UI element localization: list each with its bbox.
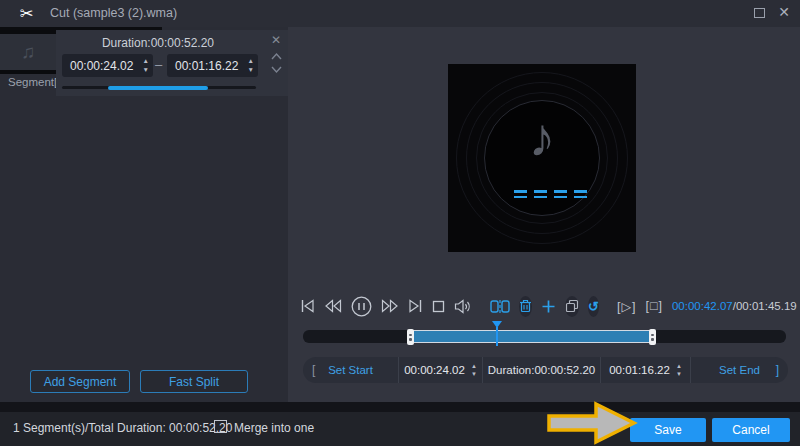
spinner-down-icon[interactable]: ▼ — [471, 370, 477, 378]
segment-start-spinner[interactable]: ▲ ▼ — [143, 56, 149, 74]
total-time: /00:01:45.19 — [733, 300, 797, 312]
segment-list-panel: ♫ Segment[1] Duration:00:00:52.20 00:00:… — [0, 27, 288, 402]
equalizer-dashes — [514, 190, 587, 198]
close-button[interactable]: ✕ — [778, 4, 790, 20]
add-segment-icon-button[interactable] — [541, 299, 556, 314]
spinner-up-icon[interactable]: ▲ — [471, 362, 477, 370]
spinner-up-icon[interactable]: ▲ — [143, 56, 149, 65]
chevron-up-icon[interactable] — [270, 52, 283, 61]
set-start-button[interactable]: Set Start — [328, 364, 373, 376]
segment-start-time-input[interactable]: 00:00:24.02 ▲ ▼ — [62, 54, 153, 77]
merge-into-one-label: Merge into one — [234, 421, 314, 435]
spinner-down-icon[interactable]: ▼ — [676, 370, 682, 378]
set-end-button[interactable]: Set End — [719, 364, 760, 376]
segment-end-time-input[interactable]: 00:01:16.22 ▲ ▼ — [167, 54, 258, 77]
preview-segment-stop-button[interactable]: [□] — [645, 299, 663, 313]
current-time: 00:00:42.07 — [672, 300, 733, 312]
trim-start-spinner[interactable]: ▲ ▼ — [471, 362, 477, 378]
segment-duration-label: Duration:00:00:52.20 — [56, 36, 260, 50]
skip-end-button[interactable] — [408, 299, 423, 313]
trim-end-time-input[interactable]: 00:01:16.22 — [609, 364, 670, 376]
segment-delete-icon[interactable]: ✕ — [271, 33, 281, 47]
skip-start-button[interactable] — [300, 299, 315, 313]
reset-button[interactable]: ↺ — [588, 296, 599, 317]
segment-summary-text: 1 Segment(s)/Total Duration: 00:00:52.20 — [13, 421, 232, 435]
save-button[interactable]: Save — [630, 418, 706, 442]
segment-end-time-value: 00:01:16.22 — [175, 59, 238, 73]
maximize-button[interactable] — [753, 7, 766, 19]
cut-dialog-window: ✂ Cut (sample3 (2).wma) ✕ ♫ Segment[1] D… — [0, 0, 800, 446]
window-title: Cut (sample3 (2).wma) — [50, 6, 177, 20]
spinner-up-icon[interactable]: ▲ — [676, 362, 682, 370]
fast-split-button[interactable]: Fast Split — [140, 370, 248, 393]
title-bar: ✂ Cut (sample3 (2).wma) ✕ — [0, 0, 800, 27]
segment-range-slider[interactable] — [62, 86, 256, 89]
chevron-down-icon[interactable] — [270, 65, 283, 74]
volume-button[interactable] — [454, 299, 472, 314]
range-separator: – — [155, 57, 162, 72]
spinner-up-icon[interactable]: ▲ — [248, 56, 254, 65]
reset-icon: ↺ — [588, 300, 599, 313]
trim-duration-label: Duration:00:00:52.20 — [488, 364, 595, 376]
preview-segment-play-button[interactable]: [▷] — [617, 299, 637, 314]
start-bracket: [ — [312, 363, 315, 377]
merge-into-one-checkbox[interactable] — [214, 420, 227, 433]
delete-segment-button[interactable] — [519, 296, 532, 317]
audio-artwork: ♪ — [448, 64, 636, 252]
segment-thumbnail[interactable]: ♫ — [0, 30, 56, 74]
playback-time: 00:00:42.07/00:01:45.19 — [672, 300, 797, 312]
maximize-icon — [754, 8, 765, 18]
footer-bar: 1 Segment(s)/Total Duration: 00:00:52.20… — [0, 412, 800, 446]
spinner-down-icon[interactable]: ▼ — [143, 65, 149, 74]
trim-start-time-input[interactable]: 00:00:24.02 — [404, 364, 465, 376]
rewind-button[interactable] — [324, 299, 342, 313]
preview-panel: ♪ — [288, 27, 800, 402]
trim-controls-bar: [ Set Start 00:00:24.02 ▲ ▼ Duration:00:… — [303, 357, 788, 383]
fast-forward-button[interactable] — [381, 299, 399, 313]
segment-end-spinner[interactable]: ▲ ▼ — [248, 56, 254, 74]
pause-button[interactable] — [351, 296, 372, 317]
spinner-down-icon[interactable]: ▼ — [248, 65, 254, 74]
trim-end-spinner[interactable]: ▲ ▼ — [676, 362, 682, 378]
cancel-button[interactable]: Cancel — [712, 418, 790, 442]
segment-range-fill — [108, 86, 208, 90]
timeline-track[interactable] — [303, 330, 786, 343]
music-note-icon: ♪ — [448, 106, 636, 168]
playhead[interactable] — [496, 321, 498, 347]
segment-start-time-value: 00:00:24.02 — [70, 59, 133, 73]
playhead-line — [496, 327, 498, 346]
stop-button[interactable] — [432, 300, 445, 313]
thumbnail-artwork: ♫ — [0, 34, 56, 70]
scissors-icon: ✂ — [20, 4, 33, 23]
footer-divider — [0, 402, 800, 412]
selection-end-handle[interactable] — [649, 329, 656, 345]
timeline-selection[interactable] — [410, 330, 653, 343]
segment-editor-card: Duration:00:00:52.20 00:00:24.02 ▲ ▼ – 0… — [56, 30, 288, 96]
selection-start-handle[interactable] — [407, 329, 414, 345]
split-segment-button[interactable] — [490, 299, 510, 314]
add-segment-button[interactable]: Add Segment — [30, 370, 130, 393]
copy-segment-button[interactable] — [565, 296, 579, 317]
playback-controls: ↺ [▷] [□] 00:00:42.07/00:01:45.19 — [300, 293, 792, 319]
end-bracket: ] — [776, 363, 779, 377]
music-note-icon: ♫ — [21, 41, 35, 63]
